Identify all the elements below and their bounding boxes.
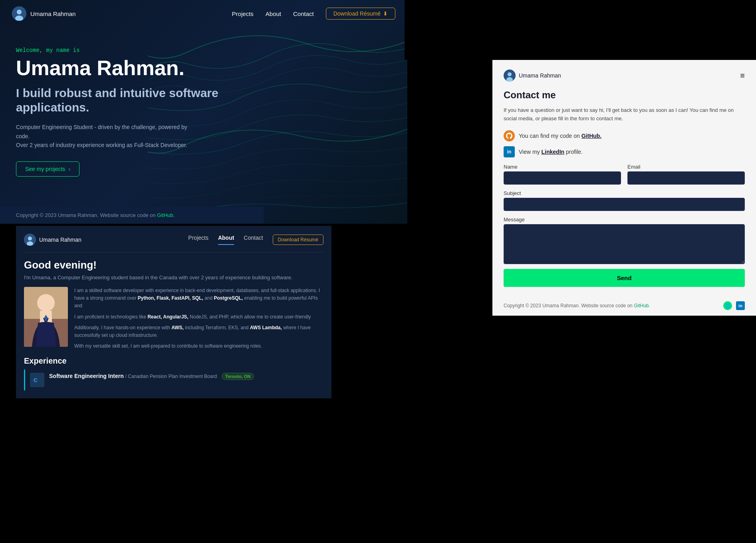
about-download-resume-button[interactable]: Download Résumé (273, 235, 323, 245)
footer-social-icons: 🌐 in (723, 301, 745, 310)
name-field-group: Name (504, 164, 621, 185)
hero-avatar (12, 6, 26, 21)
company-logo: C (30, 373, 44, 387)
contact-title: Contact me (504, 90, 745, 101)
svg-text:C: C (34, 377, 38, 383)
subject-field-group: Subject (504, 190, 745, 211)
message-field-group: Message (504, 217, 745, 264)
nav-contact-link[interactable]: Contact (293, 10, 314, 17)
message-label: Message (504, 217, 745, 223)
contact-footer: Copyright © 2023 Umama Rahman. Website s… (492, 296, 756, 316)
exp-title: Software Engineering Intern / Canadian P… (49, 373, 254, 379)
exp-company: Canadian Pension Plan Investment Board (128, 374, 217, 379)
dark-overlay-top-right (405, 0, 756, 60)
contact-form: Name Email Subject Message Send (504, 164, 745, 287)
about-nav-projects[interactable]: Projects (188, 235, 208, 245)
about-nav-contact[interactable]: Contact (244, 235, 263, 245)
about-section: Umama Rahman Projects About Contact Down… (16, 226, 331, 398)
footer-github-link[interactable]: GitHub (157, 212, 173, 218)
contact-description: If you have a question or just want to s… (504, 106, 745, 123)
profile-figure (24, 287, 68, 347)
experience-item: C Software Engineering Intern / Canadian… (24, 370, 323, 390)
footer-globe-icon[interactable]: 🌐 (723, 301, 732, 310)
linkedin-link[interactable]: LinkedIn (542, 149, 565, 155)
contact-logo: Umama Rahman (504, 70, 561, 82)
about-author-name: Umama Rahman (39, 237, 81, 243)
github-link[interactable]: GitHub. (581, 133, 602, 139)
about-navbar: Umama Rahman Projects About Contact Down… (24, 234, 323, 253)
about-profile-photo (24, 287, 68, 347)
email-input[interactable] (627, 171, 745, 185)
form-name-email-row: Name Email (504, 164, 745, 185)
chevron-right-icon: › (68, 166, 70, 172)
about-nav-links: Projects About Contact Download Résumé (188, 235, 323, 245)
about-avatar (24, 234, 36, 246)
subject-label: Subject (504, 190, 745, 196)
about-intro-text: I'm Umama, a Computer Engineering studen… (24, 274, 323, 280)
github-social-link: You can find my code on GitHub. (504, 130, 745, 141)
hero-subtitle: I build robust and intuitive software ap… (16, 86, 224, 115)
hamburger-menu-icon[interactable]: ≡ (740, 71, 745, 80)
about-bio-text: I am a skilled software developer with e… (74, 287, 323, 350)
about-content-row: I am a skilled software developer with e… (24, 287, 323, 350)
svg-point-4 (28, 237, 32, 241)
nav-projects-link[interactable]: Projects (232, 10, 254, 17)
send-button[interactable]: Send (504, 269, 745, 287)
hero-navbar: Umama Rahman Projects About Contact Down… (0, 0, 407, 27)
download-resume-button[interactable]: Download Résumé ⬇ (326, 8, 395, 20)
hero-logo[interactable]: Umama Rahman (12, 6, 75, 21)
hero-author-name: Umama Rahman (30, 10, 75, 17)
experience-heading: Experience (24, 356, 323, 366)
hero-content: Welcome, my name is Umama Rahman. I buil… (0, 27, 407, 177)
footer-linkedin-icon[interactable]: in (736, 301, 745, 310)
svg-point-13 (508, 72, 512, 76)
hero-footer: Copyright © 2023 Umama Rahman. Website s… (0, 207, 264, 224)
greeting-heading: Good evening! (24, 259, 323, 271)
contact-section: Umama Rahman ≡ Contact me If you have a … (492, 60, 756, 316)
linkedin-icon: in (504, 146, 515, 157)
welcome-text: Welcome, my name is (16, 47, 391, 54)
hero-nav-links: Projects About Contact Download Résumé ⬇ (232, 8, 395, 20)
contact-footer-text: Copyright © 2023 Umama Rahman. Website s… (504, 303, 650, 308)
see-projects-button[interactable]: See my projects › (16, 161, 79, 177)
email-label: Email (627, 164, 745, 170)
email-field-group: Email (627, 164, 745, 185)
hero-title: Umama Rahman. (16, 57, 391, 80)
experience-details: Software Engineering Intern / Canadian P… (49, 373, 254, 379)
hero-section: Umama Rahman Projects About Contact Down… (0, 0, 407, 224)
linkedin-link-text: View my LinkedIn profile. (519, 149, 583, 155)
contact-avatar (504, 70, 516, 82)
contact-author-name: Umama Rahman (519, 72, 561, 79)
subject-input[interactable] (504, 198, 745, 211)
name-label: Name (504, 164, 621, 170)
message-textarea[interactable] (504, 224, 745, 264)
download-icon: ⬇ (383, 10, 388, 17)
contact-footer-github-link[interactable]: GitHub. (634, 303, 650, 308)
github-icon (504, 130, 515, 141)
contact-navbar: Umama Rahman ≡ (504, 70, 745, 82)
name-input[interactable] (504, 171, 621, 185)
svg-point-1 (17, 10, 22, 14)
github-link-text: You can find my code on GitHub. (519, 133, 601, 139)
linkedin-social-link: in View my LinkedIn profile. (504, 146, 745, 157)
about-logo: Umama Rahman (24, 234, 81, 246)
nav-about-link[interactable]: About (266, 10, 281, 17)
about-nav-about[interactable]: About (218, 235, 234, 245)
exp-location-badge: Toronto, ON (222, 373, 254, 380)
hero-description: Computer Engineering Student - driven by… (16, 123, 200, 149)
svg-point-8 (37, 294, 55, 312)
